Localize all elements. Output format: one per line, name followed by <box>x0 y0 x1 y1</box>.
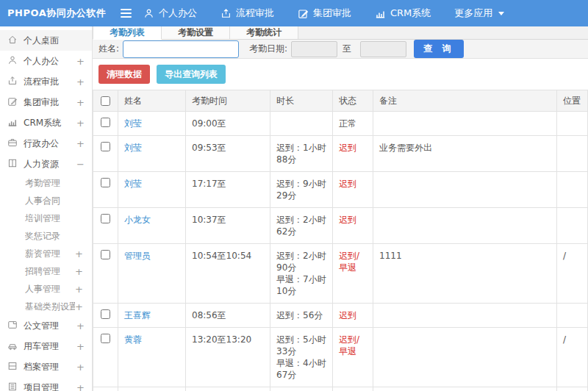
location-cell <box>557 208 588 244</box>
nav-label: CRM系统 <box>390 7 431 20</box>
employee-name-link[interactable]: 黄蓉 <box>124 334 142 345</box>
main-content: 考勤列表 考勤设置 考勤统计 姓名: 考勤日期: 至 查 询 清理数据 导出查询… <box>93 26 588 391</box>
row-checkbox[interactable] <box>101 214 110 223</box>
employee-name-link[interactable]: 小龙女 <box>124 215 151 225</box>
sidebar-subitem[interactable]: 薪资管理 + <box>0 245 92 262</box>
status-cell: 迟到 <box>333 172 373 208</box>
sidebar-item-label: 个人办公 <box>24 55 76 68</box>
sidebar-item[interactable]: 用车管理 + <box>0 336 92 356</box>
expand-toggle-icon[interactable]: + <box>76 320 85 331</box>
col-time: 考勤时间 <box>186 90 270 112</box>
sidebar-item[interactable]: 集团审批 + <box>0 92 92 112</box>
employee-name-link[interactable]: 刘莹 <box>124 179 142 189</box>
sidebar-item-label: 行政办公 <box>24 137 76 150</box>
tab-attendance-settings[interactable]: 考勤设置 <box>162 26 230 39</box>
sidebar-subitem[interactable]: 培训管理 <box>0 209 92 227</box>
row-checkbox[interactable] <box>101 334 110 343</box>
export-list-button[interactable]: 导出查询列表 <box>157 65 226 84</box>
row-checkbox[interactable] <box>101 178 110 187</box>
remark-cell <box>373 208 557 244</box>
remark-cell <box>373 112 557 136</box>
sidebar-item[interactable]: 行政办公 + <box>0 133 92 154</box>
table-row: 小龙女 10:37至 迟到：2小时62分 迟到 <box>93 208 588 244</box>
tab-bar: 考勤列表 考勤设置 考勤统计 <box>93 26 588 40</box>
sidebar-item[interactable]: 项目管理 + <box>0 377 92 391</box>
sidebar-item[interactable]: 个人办公 + <box>0 51 92 71</box>
status-cell: 迟到 <box>333 387 373 391</box>
expand-toggle-icon[interactable]: − <box>76 159 85 170</box>
attendance-time-cell: 10:37至 <box>186 208 270 244</box>
clean-data-button[interactable]: 清理数据 <box>98 65 150 84</box>
row-checkbox[interactable] <box>101 250 110 259</box>
sidebar-item[interactable]: 个人桌面 <box>0 30 92 51</box>
nav-item-workflow-approval[interactable]: 流程审批 <box>220 7 274 20</box>
tab-attendance-stats[interactable]: 考勤统计 <box>230 26 298 39</box>
expand-toggle-icon[interactable]: + <box>76 341 85 352</box>
sidebar-subitem-label: 基础类别设置 <box>25 301 75 313</box>
menu-toggle-icon[interactable] <box>121 9 132 18</box>
location-cell: / <box>557 328 588 387</box>
sidebar-subitem[interactable]: 人事管理 + <box>0 280 92 298</box>
sidebar-subitem[interactable]: 人事合同 <box>0 192 92 209</box>
sidebar-item-label: 公文管理 <box>24 320 76 332</box>
status-cell: 迟到/早退 <box>333 328 373 387</box>
expand-toggle-icon[interactable]: + <box>76 97 85 108</box>
employee-name-link[interactable]: 王喜辉 <box>124 310 151 320</box>
sidebar-item[interactable]: 流程审批 + <box>0 71 92 92</box>
row-checkbox[interactable] <box>101 142 110 151</box>
name-label: 姓名: <box>98 43 119 55</box>
location-cell <box>557 112 588 136</box>
name-input[interactable] <box>123 40 239 58</box>
nav-item-personal-office[interactable]: 个人办公 <box>143 7 197 20</box>
row-checkbox[interactable] <box>101 118 110 127</box>
expand-toggle-icon[interactable]: + <box>76 382 85 391</box>
sidebar-item[interactable]: 档案管理 + <box>0 356 92 377</box>
row-checkbox[interactable] <box>101 309 110 319</box>
select-all-checkbox[interactable] <box>101 96 110 106</box>
date-from-input[interactable] <box>291 41 337 57</box>
flow-icon <box>220 8 232 19</box>
tab-attendance-list[interactable]: 考勤列表 <box>93 26 162 40</box>
employee-name-link[interactable]: 刘莹 <box>124 118 142 129</box>
expand-toggle-icon[interactable]: + <box>75 248 83 259</box>
col-status: 状态 <box>333 90 373 112</box>
top-bar: PHPOA协同办公软件 个人办公 流程审批 集团审批 CRM系统 更多应用 <box>0 0 588 26</box>
expand-toggle-icon[interactable]: + <box>75 284 83 295</box>
expand-toggle-icon[interactable]: + <box>76 138 85 149</box>
table-row: 黄蓉 13:20至13:20 迟到：5小时33分早退：4小时67分 迟到/早退 … <box>93 328 588 387</box>
sidebar-item[interactable]: 公文管理 + <box>0 315 92 336</box>
sidebar-subitem[interactable]: 奖惩记录 <box>0 227 92 245</box>
col-remark: 备注 <box>373 90 557 112</box>
employee-name-link[interactable]: 刘莹 <box>124 143 142 153</box>
expand-toggle-icon[interactable]: + <box>75 266 83 277</box>
date-to-input[interactable] <box>360 41 406 57</box>
table-header-row: 姓名 考勤时间 时长 状态 备注 位置 <box>93 90 588 112</box>
duration-cell: 迟到：1小时88分 <box>270 136 333 172</box>
sidebar-item[interactable]: 人力资源 − <box>0 154 92 174</box>
filter-bar: 姓名: 考勤日期: 至 查 询 <box>93 40 588 59</box>
status-cell: 迟到 <box>333 208 373 244</box>
expand-toggle-icon[interactable]: + <box>76 76 85 87</box>
nav-item-group-approval[interactable]: 集团审批 <box>298 7 351 20</box>
archive-icon <box>7 361 18 371</box>
nav-item-more-apps[interactable]: 更多应用 <box>454 7 504 20</box>
sidebar-subitem[interactable]: 招聘管理 + <box>0 262 92 280</box>
sidebar-subitem-label: 人事管理 <box>25 283 75 295</box>
to-label: 至 <box>343 43 351 55</box>
expand-toggle-icon[interactable]: + <box>75 301 83 312</box>
sidebar-subitem[interactable]: 考勤管理 <box>0 174 92 192</box>
nav-item-crm[interactable]: CRM系统 <box>375 7 431 20</box>
remark-cell <box>373 328 557 387</box>
sidebar-subitem-label: 招聘管理 <box>25 265 75 278</box>
query-button[interactable]: 查 询 <box>414 40 464 58</box>
car-icon <box>7 340 18 351</box>
expand-toggle-icon[interactable]: + <box>76 362 85 373</box>
expand-toggle-icon[interactable]: + <box>76 56 85 67</box>
table-body: 刘莹 09:00至 正常 刘莹 09:53至 迟到：1小时88分 迟到 业务需要… <box>93 112 588 391</box>
expand-toggle-icon[interactable]: + <box>76 118 85 129</box>
sidebar-subitem[interactable]: 基础类别设置 + <box>0 298 92 315</box>
sidebar-item[interactable]: CRM系统 + <box>0 112 92 133</box>
employee-name-link[interactable]: 管理员 <box>124 251 151 261</box>
col-duration: 时长 <box>270 90 333 112</box>
sidebar: 个人桌面 个人办公 + 流程审批 + 集团审批 + CRM系统 + 行政办公 +… <box>0 26 93 391</box>
